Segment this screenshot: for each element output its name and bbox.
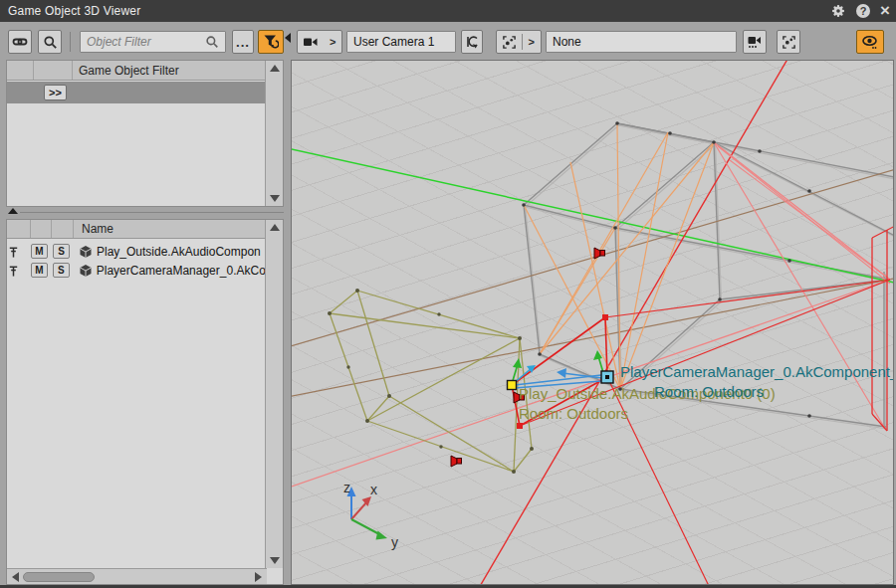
pin-icon[interactable] [7,264,31,278]
game-object-filter-panel: Game Object Filter >> [6,60,284,207]
solo-button[interactable]: S [53,244,70,259]
object-list-header: Name [7,220,265,239]
3d-viewport[interactable]: z x y Play_Outside.AkAudioComponent0 (0)… [291,60,894,585]
axis-gizmo: z x y [343,480,398,550]
scroll-down-icon[interactable] [270,557,280,564]
help-icon[interactable]: ? [856,4,870,18]
collapse-panel-arrow-icon[interactable] [285,33,291,43]
camera-menu-arrow[interactable]: > [324,36,341,48]
panel-splitter[interactable] [20,212,284,213]
funnel-refresh-icon [263,34,279,50]
follow-object-field[interactable] [546,31,737,53]
solo-button[interactable]: S [53,263,70,278]
camera-options-button[interactable] [743,30,767,54]
listener-label-line1: PlayerCameraManager_0.AkComponent_0 (0) [620,362,894,382]
olive-wireframe-box [330,291,532,472]
eye-ellipsis-icon [861,34,879,51]
titlebar: Game Object 3D Viewer ? × [0,0,896,22]
object-list-vscrollbar[interactable] [265,220,283,568]
game-object-list-panel: Name M S Play_Outside.AkAudioCompon M S [6,219,284,585]
game-object-cube-icon [79,264,93,278]
scroll-right-icon[interactable] [255,572,262,582]
name-column-header: Name [74,222,113,236]
filter-panel-vscrollbar[interactable] [265,61,283,206]
long-rays [292,61,893,584]
scroll-left-icon[interactable] [12,572,19,582]
game-object-cube-icon [79,245,93,259]
scroll-up-icon[interactable] [270,65,280,72]
video-camera-icon [298,35,324,49]
scroll-down-icon[interactable] [270,195,280,202]
axis-x-label: x [370,482,377,497]
speaker-icon [451,456,462,467]
expand-filter-button[interactable]: >> [44,85,67,100]
green-up-arrows [512,350,604,384]
object-filter-input[interactable] [80,31,226,53]
listener-label: PlayerCameraManager_0.AkComponent_0 (0) … [620,362,894,402]
scroll-up-icon[interactable] [270,224,280,231]
listener-marker[interactable] [601,371,613,383]
axis-z-label: z [343,480,350,495]
filter-panel-header: Game Object Filter [7,61,265,81]
focus-ellipsis-icon [782,35,796,50]
table-row[interactable]: M S Play_Outside.AkAudioCompon [7,242,265,261]
axis-y-label: y [391,534,398,550]
game-object-name: Play_Outside.AkAudioCompon [93,245,261,259]
mute-button[interactable]: M [31,244,48,259]
filter-panel-header-label: Game Object Filter [73,64,179,78]
camera-select-button[interactable]: > [297,30,342,54]
game-object-name: PlayerCameraManager_0.AkCo [93,264,265,278]
pin-icon[interactable] [7,245,31,259]
focus-options-button[interactable] [777,30,800,54]
video-camera-ellipsis-icon [747,34,763,50]
splitter-collapse-icon[interactable] [8,208,18,214]
follow-menu-arrow[interactable]: > [523,36,541,48]
search-icon [205,35,219,49]
game-object-filter-toggle-button[interactable] [258,30,284,54]
listener-label-line2: Room: Outdoors [620,382,894,402]
olive-vertex-dots [328,289,534,474]
titlebar-icons: ? × [830,0,890,22]
window-title: Game Object 3D Viewer [0,4,140,18]
link-selection-button[interactable] [8,30,32,54]
settings-gear-icon[interactable] [830,3,846,19]
game-object-3d-viewer-window: Game Object 3D Viewer ? × [0,0,896,588]
focus-object-icon [497,35,522,50]
filter-row-selected[interactable]: >> [7,82,265,103]
toolbar-separator [70,32,71,52]
hscroll-thumb[interactable] [23,572,95,582]
red-vertex [602,314,608,320]
red-wireframe-right [292,142,893,487]
mute-button[interactable]: M [31,263,48,278]
emitter-label-line2: Room: Outdoors [519,404,776,424]
close-icon[interactable]: × [880,4,890,18]
emitter-marker[interactable] [508,381,517,390]
reset-camera-button[interactable] [461,30,483,54]
filter-more-button[interactable]: ... [232,30,254,54]
show-options-button[interactable] [856,30,884,54]
3d-scene: z x y [292,61,893,584]
search-button[interactable] [38,30,62,54]
follow-object-select-button[interactable]: > [496,30,542,54]
table-row[interactable]: M S PlayerCameraManager_0.AkCo [7,261,265,280]
camera-name-field[interactable] [346,31,456,53]
object-list-hscrollbar[interactable] [7,568,267,584]
